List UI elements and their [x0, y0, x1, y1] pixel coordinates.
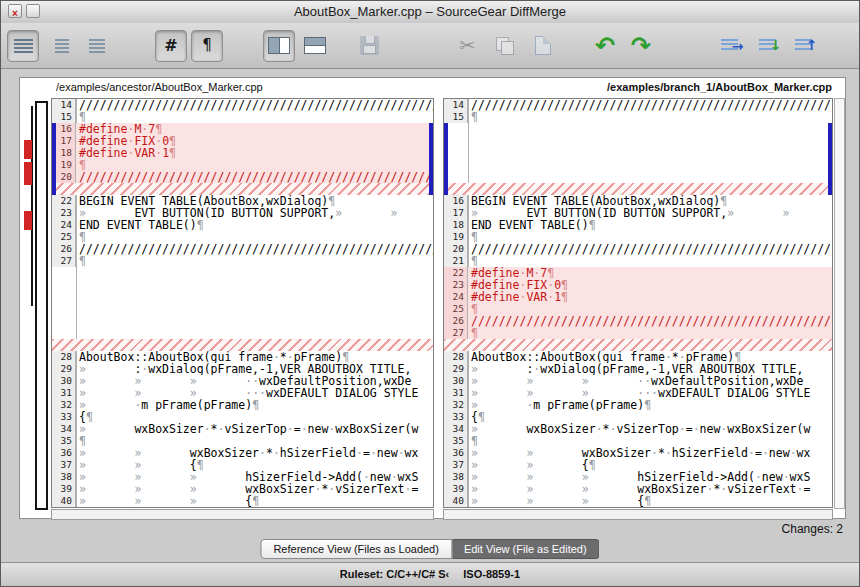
code-row: 20//////////////////////////////////////… [52, 171, 433, 183]
code-row: 29» :·wxDialog(pFrame,-1,VER ABOUTBOX TI… [444, 363, 832, 375]
code-text: ////////////////////////////////////////… [76, 243, 433, 255]
code-row: 32» ·m pFrame(pFrame)¶ [444, 399, 832, 411]
apply-change-right-button[interactable]: ↓ [751, 30, 783, 62]
code-text: » » {¶ [76, 459, 433, 471]
lines-context-icon [55, 39, 69, 53]
code-row: 22BEGIN EVENT TABLE(AboutBox,wxDialog)¶ [52, 195, 433, 207]
line-number: 36 [444, 447, 468, 459]
left-pane[interactable]: 14//////////////////////////////////////… [51, 98, 434, 508]
code-row: 17» EVT BUTTON(ID BUTTON SUPPORT,» » A [444, 207, 832, 219]
code-text: AboutBox::AboutBox(gui frame·*·pFrame)¶ [76, 351, 433, 363]
void-row [52, 303, 433, 315]
code-text [76, 327, 433, 339]
split-horizontal-button[interactable] [299, 30, 331, 62]
line-number: 33 [52, 411, 76, 423]
paste-button[interactable] [527, 30, 559, 62]
code-row: 27¶ [444, 327, 832, 339]
line-number: 28 [444, 351, 468, 363]
code-text: » » » ··wxDefaultPosition,wxDe [76, 375, 433, 387]
redo-button[interactable]: ↷ [625, 30, 657, 62]
change-map[interactable] [20, 98, 51, 520]
status-encoding: ISO-8859-1 [463, 568, 520, 580]
code-row: 37» » {¶ [52, 459, 433, 471]
code-text: END EVENT TABLE()¶ [468, 219, 832, 231]
vertical-scrollbar[interactable] [834, 98, 845, 509]
show-diff-lines-button[interactable] [79, 30, 111, 62]
code-text: » » » ··wxDefaultPosition,wxDe [468, 375, 832, 387]
code-row: 38» » » hSizerField->Add(·new·wxS [444, 471, 832, 483]
apply-change-left-icon: → [721, 39, 738, 52]
code-row: 36» » wxBoxSizer·*·hSizerField·=·new·wx [444, 447, 832, 459]
line-number: 22 [52, 195, 76, 207]
selected-change-marker [828, 123, 832, 195]
code-row: 34» wxBoxSizer·*·vSizerTop·=·new·wxBoxSi… [52, 423, 433, 435]
code-row: 31» » » ···wxDEFAULT DIALOG STYLE [444, 387, 832, 399]
tab-edit-view[interactable]: Edit View (File as Edited) [452, 539, 600, 559]
code-text: ////////////////////////////////////////… [76, 171, 433, 183]
cut-button[interactable]: ✂ [451, 30, 483, 62]
code-row: 27¶ [52, 255, 433, 267]
void-row [444, 159, 832, 171]
code-text: ¶ [468, 231, 832, 243]
line-number: 27 [444, 327, 468, 339]
toolbar: # ¶ ✂ ↶ ↷ → ↓ ↑ [1, 23, 859, 69]
left-horizontal-scrollbar[interactable] [51, 509, 434, 520]
code-text [468, 123, 832, 135]
code-row: 38» » » hSizerField->Add(·new·wxS [52, 471, 433, 483]
line-numbers-button[interactable]: # [155, 30, 187, 62]
line-number: 37 [444, 459, 468, 471]
code-row: 30» » » ··wxDefaultPosition,wxDe [52, 375, 433, 387]
arrow-down-icon: ↓ [770, 38, 782, 52]
show-context-lines-button[interactable] [43, 30, 75, 62]
map-change-mark [24, 211, 32, 230]
line-number: 22 [444, 267, 468, 279]
apply-all-changes-button[interactable]: ↑ [787, 30, 819, 62]
show-all-lines-button[interactable] [7, 30, 39, 62]
map-change-mark [24, 140, 32, 159]
scissors-icon: ✂ [459, 36, 475, 55]
diffmerge-window: × AboutBox_Marker.cpp – SourceGear DiffM… [0, 0, 860, 587]
line-number: 39 [444, 483, 468, 495]
line-number: 38 [52, 471, 76, 483]
line-number: 16 [444, 195, 468, 207]
line-number: 18 [444, 219, 468, 231]
tab-reference-view[interactable]: Reference View (Files as Loaded) [260, 539, 452, 559]
code-row: 21¶ [444, 255, 832, 267]
code-text: » :·wxDialog(pFrame,-1,VER ABOUTBOX TITL… [76, 363, 433, 375]
code-text: ////////////////////////////////////////… [468, 315, 832, 327]
right-horizontal-scrollbar[interactable] [443, 509, 833, 520]
code-text: » :·wxDialog(pFrame,-1,VER ABOUTBOX TITL… [468, 363, 832, 375]
show-invisibles-button[interactable]: ¶ [191, 30, 223, 62]
code-text [468, 147, 832, 159]
code-text: » ·m pFrame(pFrame)¶ [76, 399, 433, 411]
code-row: 40» » » {¶ [444, 495, 832, 507]
code-text: » » wxBoxSizer·*·hSizerField·=·new·wx [76, 447, 433, 459]
hatch-row [52, 339, 433, 351]
arrow-right-icon: → [732, 39, 744, 53]
apply-change-left-button[interactable]: → [713, 30, 745, 62]
line-number: 35 [52, 435, 76, 447]
code-text: » wxBoxSizer·*·vSizerTop·=·new·wxBoxSize… [76, 423, 433, 435]
code-text: #define·FIX·0¶ [76, 135, 433, 147]
undo-button[interactable]: ↶ [589, 30, 621, 62]
code-text: » EVT BUTTON(ID BUTTON SUPPORT,» » A [468, 207, 832, 219]
code-text: #define·FIX·0¶ [468, 279, 832, 291]
copy-button[interactable] [489, 30, 521, 62]
code-text: ¶ [468, 435, 832, 447]
save-icon [360, 36, 379, 55]
line-number: 17 [444, 207, 468, 219]
code-text: » » » {¶ [468, 495, 832, 507]
code-row: 16#define·M·7¶ [52, 123, 433, 135]
view-tabs: Reference View (Files as Loaded) Edit Vi… [260, 539, 599, 559]
void-row [52, 315, 433, 327]
hatch-row [52, 183, 433, 195]
split-vertical-button[interactable] [263, 30, 295, 62]
save-button[interactable] [353, 30, 385, 62]
code-text: ¶ [76, 111, 433, 123]
code-row: 32» ·m pFrame(pFrame)¶ [52, 399, 433, 411]
apply-all-changes-icon: ↑ [795, 39, 812, 52]
line-number: 40 [444, 495, 468, 507]
right-pane[interactable]: 14//////////////////////////////////////… [443, 98, 833, 508]
line-number: 34 [52, 423, 76, 435]
line-number: 39 [52, 483, 76, 495]
